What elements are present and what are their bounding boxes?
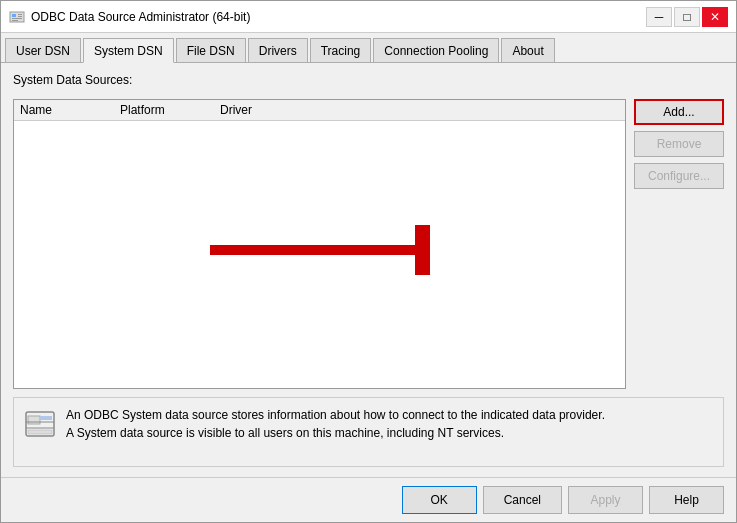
side-buttons: Add... Remove Configure... xyxy=(634,99,724,389)
tab-content: System Data Sources: Name Platform Drive… xyxy=(1,63,736,477)
column-name: Name xyxy=(20,103,120,117)
section-label: System Data Sources: xyxy=(13,73,724,87)
list-body xyxy=(14,121,625,388)
svg-rect-4 xyxy=(12,18,22,19)
info-box: An ODBC System data source stores inform… xyxy=(13,397,724,467)
svg-rect-9 xyxy=(28,416,40,424)
svg-rect-12 xyxy=(40,416,52,420)
window-title: ODBC Data Source Administrator (64-bit) xyxy=(31,10,250,24)
data-source-list: Name Platform Driver xyxy=(13,99,626,389)
close-button[interactable]: ✕ xyxy=(702,7,728,27)
cancel-button[interactable]: Cancel xyxy=(483,486,562,514)
tab-about[interactable]: About xyxy=(501,38,554,62)
add-button[interactable]: Add... xyxy=(634,99,724,125)
info-text: An ODBC System data source stores inform… xyxy=(66,406,605,442)
database-icon xyxy=(24,408,56,440)
tab-tracing[interactable]: Tracing xyxy=(310,38,372,62)
tab-file-dsn[interactable]: File DSN xyxy=(176,38,246,62)
arrow-container xyxy=(210,225,430,275)
tab-drivers[interactable]: Drivers xyxy=(248,38,308,62)
footer: OK Cancel Apply Help xyxy=(1,477,736,522)
info-line1: An ODBC System data source stores inform… xyxy=(66,408,605,422)
list-header: Name Platform Driver xyxy=(14,100,625,121)
svg-rect-2 xyxy=(18,14,22,15)
column-driver: Driver xyxy=(220,103,619,117)
svg-rect-13 xyxy=(28,430,52,434)
minimize-button[interactable]: ─ xyxy=(646,7,672,27)
tab-user-dsn[interactable]: User DSN xyxy=(5,38,81,62)
apply-button[interactable]: Apply xyxy=(568,486,643,514)
maximize-button[interactable]: □ xyxy=(674,7,700,27)
main-area: Name Platform Driver xyxy=(13,99,724,389)
info-line2: A System data source is visible to all u… xyxy=(66,426,504,440)
app-icon xyxy=(9,9,25,25)
svg-rect-3 xyxy=(18,16,22,17)
remove-button[interactable]: Remove xyxy=(634,131,724,157)
title-bar: ODBC Data Source Administrator (64-bit) … xyxy=(1,1,736,33)
tab-system-dsn[interactable]: System DSN xyxy=(83,38,174,63)
svg-rect-1 xyxy=(12,14,16,17)
arrow-icon xyxy=(210,225,430,275)
column-platform: Platform xyxy=(120,103,220,117)
svg-rect-5 xyxy=(12,20,18,21)
tab-connection-pooling[interactable]: Connection Pooling xyxy=(373,38,499,62)
configure-button[interactable]: Configure... xyxy=(634,163,724,189)
main-window: ODBC Data Source Administrator (64-bit) … xyxy=(0,0,737,523)
help-button[interactable]: Help xyxy=(649,486,724,514)
tabs-bar: User DSN System DSN File DSN Drivers Tra… xyxy=(1,33,736,63)
ok-button[interactable]: OK xyxy=(402,486,477,514)
title-controls: ─ □ ✕ xyxy=(646,7,728,27)
title-bar-left: ODBC Data Source Administrator (64-bit) xyxy=(9,9,250,25)
